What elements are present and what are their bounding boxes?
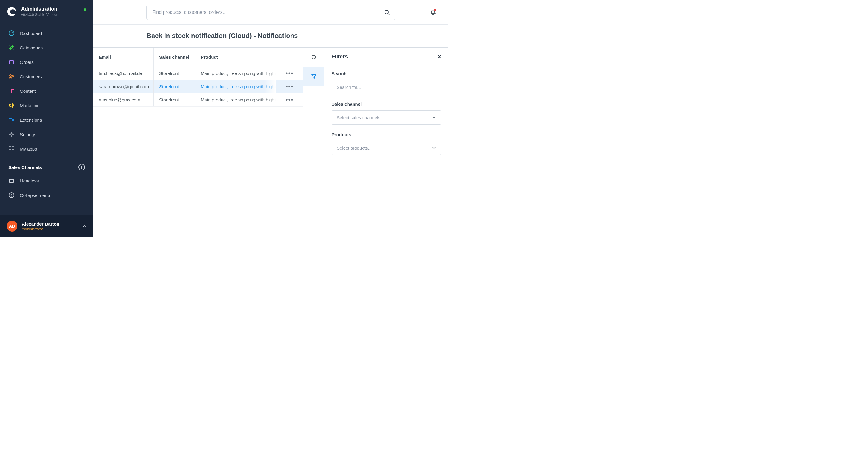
sidebar-item-label: Dashboard (20, 31, 42, 36)
sidebar-item-label: Marketing (20, 103, 40, 108)
app-version: v6.4.3.0 Stable Version (21, 13, 58, 17)
main-nav: Dashboard Catalogues Orders Customers Co… (0, 23, 93, 215)
row-actions-button[interactable]: ••• (276, 80, 303, 93)
table-header: Email Sales channel Product (93, 47, 303, 67)
sidebar-item-label: Settings (20, 132, 36, 137)
sidebar-item-label: Customers (20, 74, 42, 79)
catalogues-icon (8, 44, 14, 50)
svg-rect-11 (9, 118, 12, 121)
header-actions (276, 47, 303, 67)
header-email[interactable]: Email (93, 47, 154, 67)
svg-rect-15 (9, 146, 11, 148)
svg-point-22 (9, 193, 14, 198)
table-row[interactable]: tim.black@hotmail.deStorefrontMain produ… (93, 67, 303, 80)
sidebar-item-label: Headless (20, 178, 39, 183)
dots-icon: ••• (285, 70, 293, 77)
filter-channel-select[interactable]: Select sales channels... (332, 110, 441, 125)
dots-icon: ••• (285, 96, 293, 103)
settings-icon (8, 131, 14, 137)
sidebar-item-settings[interactable]: Settings (0, 127, 93, 141)
sidebar-header: Administration v6.4.3.0 Stable Version (0, 0, 93, 23)
header-product[interactable]: Product (195, 47, 276, 67)
table-area: Email Sales channel Product tim.black@ho… (93, 47, 324, 237)
global-search[interactable] (147, 5, 396, 20)
status-dot (84, 8, 86, 11)
filter-products-label: Products (332, 132, 441, 137)
cell-email: max.blue@gmx.com (93, 93, 154, 106)
cell-product: Main product, free shipping with highlig… (195, 67, 276, 80)
collapse-menu-button[interactable]: Collapse menu (0, 188, 93, 202)
row-actions-button[interactable]: ••• (276, 67, 303, 80)
sidebar-item-orders[interactable]: Orders (0, 55, 93, 69)
notification-dot (434, 9, 436, 11)
filter-search-label: Search (332, 71, 441, 76)
row-actions-button[interactable]: ••• (276, 93, 303, 106)
chevron-up-icon (83, 224, 87, 228)
filter-search-wrap (332, 80, 441, 94)
avatar: AB (7, 221, 18, 232)
filter-search-input[interactable] (337, 84, 436, 90)
search-input[interactable] (152, 10, 384, 15)
apps-icon (8, 146, 14, 152)
sidebar-item-label: Extensions (20, 117, 42, 123)
svg-rect-17 (9, 149, 11, 151)
header-channel[interactable]: Sales channel (154, 47, 195, 67)
filter-channel-label: Sales channel (332, 101, 441, 107)
collapse-label: Collapse menu (20, 193, 50, 198)
svg-rect-7 (9, 89, 12, 93)
table-row[interactable]: max.blue@gmx.comStorefrontMain product, … (93, 93, 303, 107)
cell-product: Main product, free shipping with highlig… (195, 80, 276, 93)
svg-rect-21 (9, 179, 13, 182)
sidebar-item-customers[interactable]: Customers (0, 69, 93, 84)
sidebar-item-marketing[interactable]: Marketing (0, 98, 93, 113)
sidebar-item-label: Catalogues (20, 45, 43, 50)
filter-products-select[interactable]: Select products.. (332, 141, 441, 155)
svg-point-5 (10, 75, 11, 76)
svg-rect-18 (12, 149, 14, 151)
app-title: Administration (21, 6, 58, 12)
sidebar-item-extensions[interactable]: Extensions (0, 113, 93, 127)
cell-channel: Storefront (154, 80, 195, 93)
filter-products-placeholder: Select products.. (337, 145, 370, 150)
sidebar-item-headless[interactable]: Headless (0, 173, 93, 188)
sidebar-item-content[interactable]: Content (0, 84, 93, 98)
logo (7, 6, 17, 16)
dots-icon: ••• (285, 83, 293, 90)
filters-panel: Filters ✕ Search Sales channel Select sa… (324, 47, 448, 237)
cell-channel: Storefront (154, 93, 195, 106)
cell-email: tim.black@hotmail.de (93, 67, 154, 80)
refresh-button[interactable] (304, 47, 324, 67)
filters-title: Filters (332, 54, 348, 60)
user-menu[interactable]: AB Alexander Barton Administrator (0, 215, 93, 237)
chevron-down-icon (432, 146, 436, 150)
add-sales-channel-button[interactable] (79, 164, 85, 170)
search-icon (384, 10, 390, 15)
table-row[interactable]: sarah.brown@gmail.comStorefrontMain prod… (93, 80, 303, 93)
svg-point-23 (385, 10, 389, 14)
sales-channels-heading: Sales Channels (0, 156, 93, 173)
sidebar-item-catalogues[interactable]: Catalogues (0, 40, 93, 55)
sidebar: Administration v6.4.3.0 Stable Version D… (0, 0, 93, 237)
filter-channel-placeholder: Select sales channels... (337, 115, 384, 120)
extensions-icon (8, 117, 14, 123)
sidebar-item-myapps[interactable]: My apps (0, 141, 93, 156)
svg-line-24 (388, 13, 390, 15)
svg-point-6 (12, 76, 13, 77)
sales-channels-label: Sales Channels (8, 165, 42, 170)
sidebar-item-label: Orders (20, 60, 34, 65)
sidebar-item-dashboard[interactable]: Dashboard (0, 26, 93, 40)
user-name: Alexander Barton (22, 221, 59, 227)
dashboard-icon (8, 30, 14, 36)
sidebar-item-label: My apps (20, 146, 37, 151)
marketing-icon (8, 102, 14, 108)
user-role: Administrator (22, 227, 59, 231)
headless-icon (8, 178, 14, 184)
svg-line-1 (11, 32, 13, 33)
topbar (93, 0, 448, 25)
filter-button[interactable] (304, 67, 324, 86)
svg-rect-4 (9, 61, 13, 64)
cell-channel: Storefront (154, 67, 195, 80)
notifications-button[interactable] (430, 9, 436, 16)
orders-icon (8, 59, 14, 65)
close-filters-button[interactable]: ✕ (437, 54, 441, 60)
